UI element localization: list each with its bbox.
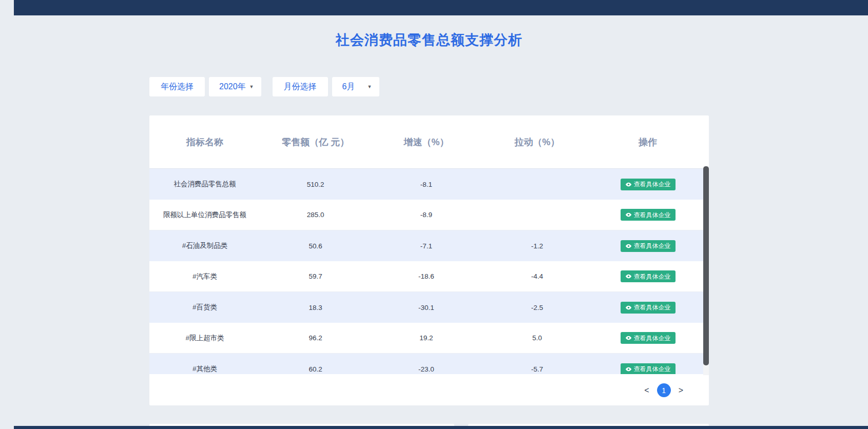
cell-action: 查看具体企业 <box>592 270 703 282</box>
eye-icon <box>625 211 632 218</box>
column-header-pull: 拉动（%） <box>481 136 592 148</box>
eye-icon <box>625 273 632 280</box>
view-enterprises-label: 查看具体企业 <box>634 181 671 187</box>
cell-pull: -4.4 <box>481 272 592 280</box>
table-scrollbar-track[interactable] <box>703 166 709 375</box>
top-navy-bar <box>14 0 868 15</box>
table-scrollbar-thumb[interactable] <box>703 166 709 365</box>
pagination: < 1 > <box>149 375 709 405</box>
next-page-button[interactable]: > <box>679 386 683 395</box>
cell-action: 查看具体企业 <box>592 302 703 314</box>
cell-action: 查看具体企业 <box>592 209 703 221</box>
view-enterprises-button[interactable]: 查看具体企业 <box>621 240 676 252</box>
cell-growth: -8.9 <box>371 211 482 219</box>
page-title: 社会消费品零售总额支撑分析 <box>149 31 709 49</box>
cell-pull: -5.7 <box>481 365 592 373</box>
view-enterprises-label: 查看具体企业 <box>634 366 671 372</box>
cell-name: #限上超市类 <box>149 334 260 343</box>
view-enterprises-button[interactable]: 查看具体企业 <box>621 270 676 282</box>
eye-icon <box>625 335 632 341</box>
month-select[interactable]: 6月 ▼ <box>332 77 379 96</box>
column-header-growth: 增速（%） <box>371 136 482 148</box>
analysis-table-card: 指标名称 零售额（亿 元） 增速（%） 拉动（%） 操作 社会消费品零售总额51… <box>149 115 709 405</box>
cell-growth: -30.1 <box>371 304 482 311</box>
year-select[interactable]: 2020年 ▼ <box>209 77 261 96</box>
cell-action: 查看具体企业 <box>592 363 703 375</box>
eye-icon <box>625 181 632 188</box>
cell-growth: -8.1 <box>371 181 482 188</box>
cell-name: 限额以上单位消费品零售额 <box>149 210 260 220</box>
view-enterprises-label: 查看具体企业 <box>634 304 671 310</box>
cell-name: #石油及制品类 <box>149 241 260 250</box>
eye-icon <box>625 243 632 249</box>
column-header-retail: 零售额（亿 元） <box>260 136 371 148</box>
view-enterprises-button[interactable]: 查看具体企业 <box>621 209 676 221</box>
cell-retail: 510.2 <box>260 181 371 188</box>
bottom-navy-bar <box>14 426 868 429</box>
cell-name: #汽车类 <box>149 272 260 281</box>
eye-icon <box>625 366 632 373</box>
year-filter-label: 年份选择 <box>149 77 205 96</box>
view-enterprises-button[interactable]: 查看具体企业 <box>621 179 676 190</box>
cell-name: 社会消费品零售总额 <box>149 180 260 189</box>
view-enterprises-label: 查看具体企业 <box>634 274 671 280</box>
table-row: #限上超市类96.219.25.0查看具体企业 <box>149 323 703 354</box>
table-body: 社会消费品零售总额510.2-8.1查看具体企业限额以上单位消费品零售额285.… <box>149 169 703 374</box>
cell-name: #其他类 <box>149 364 260 374</box>
table-row: #石油及制品类50.6-7.1-1.2查看具体企业 <box>149 230 703 261</box>
year-select-value: 2020年 <box>219 77 246 96</box>
cell-pull: -1.2 <box>481 242 592 250</box>
chevron-down-icon: ▼ <box>249 77 254 96</box>
cell-growth: 19.2 <box>371 334 482 342</box>
view-enterprises-button[interactable]: 查看具体企业 <box>621 332 676 344</box>
cell-retail: 50.6 <box>260 242 371 250</box>
cell-pull: -2.5 <box>481 304 592 311</box>
cell-pull: 5.0 <box>481 334 592 342</box>
cell-growth: -7.1 <box>371 242 482 250</box>
prev-page-button[interactable]: < <box>644 386 649 395</box>
cell-action: 查看具体企业 <box>592 179 703 190</box>
eye-icon <box>625 304 632 311</box>
view-enterprises-button[interactable]: 查看具体企业 <box>621 363 676 375</box>
cell-growth: -18.6 <box>371 272 482 280</box>
view-enterprises-button[interactable]: 查看具体企业 <box>621 302 676 314</box>
table-row: #其他类60.2-23.0-5.7查看具体企业 <box>149 354 703 374</box>
cell-retail: 96.2 <box>260 334 371 342</box>
page-1-button[interactable]: 1 <box>657 383 671 397</box>
filter-bar: 年份选择 2020年 ▼ 月份选择 6月 ▼ <box>149 77 379 96</box>
view-enterprises-label: 查看具体企业 <box>634 212 671 218</box>
view-enterprises-label: 查看具体企业 <box>634 335 671 341</box>
chevron-down-icon: ▼ <box>368 77 372 96</box>
cell-action: 查看具体企业 <box>592 240 703 252</box>
table-row: 限额以上单位消费品零售额285.0-8.9查看具体企业 <box>149 200 703 230</box>
cell-retail: 60.2 <box>260 365 371 373</box>
view-enterprises-label: 查看具体企业 <box>634 243 671 249</box>
cell-action: 查看具体企业 <box>592 332 703 344</box>
cell-retail: 59.7 <box>260 272 371 280</box>
month-select-value: 6月 <box>342 77 355 96</box>
cell-growth: -23.0 <box>371 365 482 373</box>
column-header-action: 操作 <box>592 136 703 148</box>
cell-retail: 285.0 <box>260 211 371 219</box>
column-header-indicator: 指标名称 <box>149 136 260 148</box>
month-filter-label: 月份选择 <box>273 77 328 96</box>
table-row: #汽车类59.7-18.6-4.4查看具体企业 <box>149 261 703 292</box>
table-row: #百货类18.3-30.1-2.5查看具体企业 <box>149 292 703 323</box>
table-header-row: 指标名称 零售额（亿 元） 增速（%） 拉动（%） 操作 <box>149 115 709 169</box>
cell-name: #百货类 <box>149 303 260 312</box>
table-row: 社会消费品零售总额510.2-8.1查看具体企业 <box>149 169 703 200</box>
cell-retail: 18.3 <box>260 304 371 311</box>
